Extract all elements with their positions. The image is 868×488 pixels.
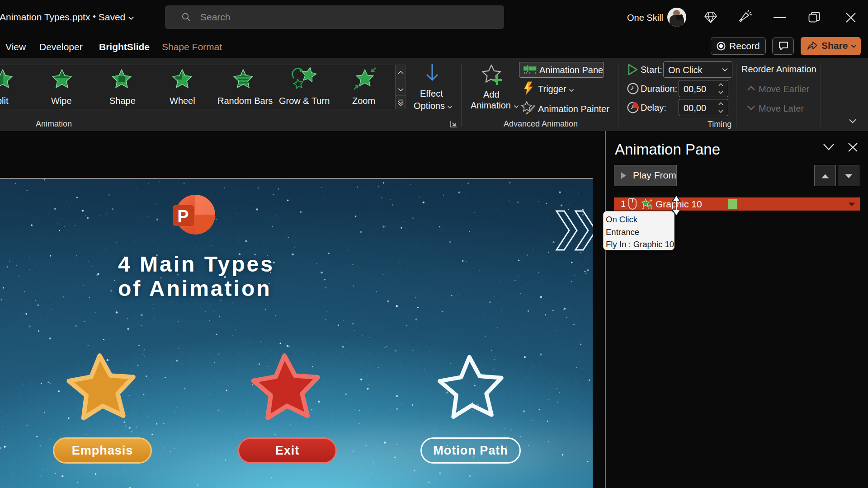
svg-text:P: P [177,207,189,226]
